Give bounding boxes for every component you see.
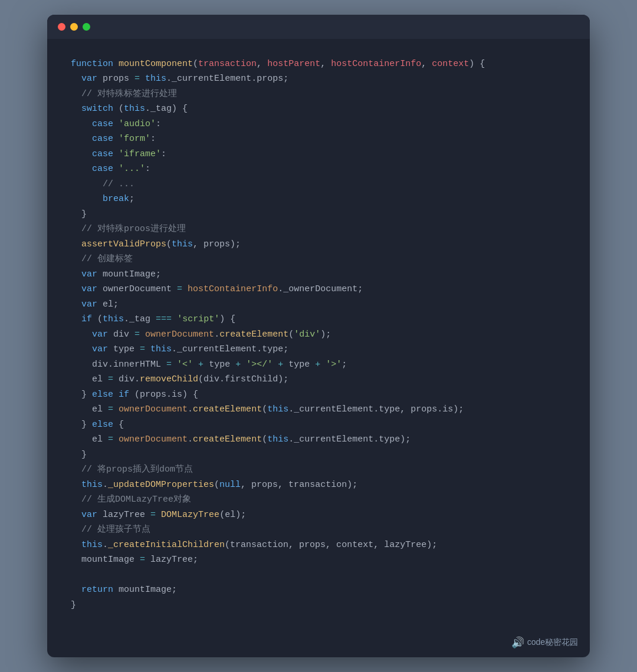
titlebar — [47, 15, 590, 39]
code-line — [71, 568, 566, 583]
code-line: el = div.removeChild(div.firstChild); — [71, 372, 566, 387]
code-line: case 'form': — [71, 131, 566, 147]
code-line: } — [71, 447, 566, 463]
code-window: function mountComponent(transaction, hos… — [47, 15, 590, 658]
code-line: } else if (props.is) { — [71, 387, 566, 403]
code-line: assertValidProps(this, props); — [71, 237, 566, 252]
code-line: // ... — [71, 177, 566, 192]
code-line: function mountComponent(transaction, hos… — [71, 57, 566, 72]
code-line: } — [71, 207, 566, 222]
minimize-button[interactable] — [70, 23, 78, 31]
code-line: var div = ownerDocument.createElement('d… — [71, 327, 566, 342]
code-line: switch (this._tag) { — [71, 101, 566, 117]
code-line: this._updateDOMProperties(null, props, t… — [71, 477, 566, 493]
watermark: 🔊 code秘密花园 — [47, 630, 590, 657]
code-line: div.innerHTML = '<' + type + '></' + typ… — [71, 357, 566, 373]
code-line: el = ownerDocument.createElement(this._c… — [71, 432, 566, 447]
code-line: var ownerDocument = hostContainerInfo._o… — [71, 282, 566, 297]
code-line: case 'iframe': — [71, 147, 566, 162]
code-line: var lazyTree = DOMLazyTree(el); — [71, 508, 566, 523]
code-line: // 处理孩子节点 — [71, 522, 566, 538]
code-line: var type = this._currentElement.type; — [71, 342, 566, 357]
code-line: // 将props插入到dom节点 — [71, 462, 566, 477]
code-line: break; — [71, 192, 566, 207]
code-line: var props = this._currentElement.props; — [71, 71, 566, 87]
code-line: // 对特殊proos进行处理 — [71, 222, 566, 237]
code-line: var el; — [71, 297, 566, 312]
code-line: mountImage = lazyTree; — [71, 552, 566, 568]
watermark-text: code秘密花园 — [527, 637, 578, 648]
code-line: // 生成DOMLazyTree对象 — [71, 492, 566, 508]
code-line: // 对特殊标签进行处理 — [71, 87, 566, 102]
code-line: case '...': — [71, 162, 566, 177]
code-line: } — [71, 598, 566, 613]
code-line: if (this._tag === 'script') { — [71, 312, 566, 327]
code-line: // 创建标签 — [71, 252, 566, 267]
maximize-button[interactable] — [83, 23, 90, 31]
code-line: this._createInitialChildren(transaction,… — [71, 538, 566, 553]
code-line: } else { — [71, 417, 566, 433]
wechat-icon: 🔊 — [511, 636, 524, 649]
code-line: return mountImage; — [71, 582, 566, 598]
code-line: el = ownerDocument.createElement(this._c… — [71, 402, 566, 417]
code-line: case 'audio': — [71, 117, 566, 132]
code-editor: function mountComponent(transaction, hos… — [47, 39, 590, 631]
close-button[interactable] — [58, 23, 65, 31]
code-line: var mountImage; — [71, 267, 566, 282]
